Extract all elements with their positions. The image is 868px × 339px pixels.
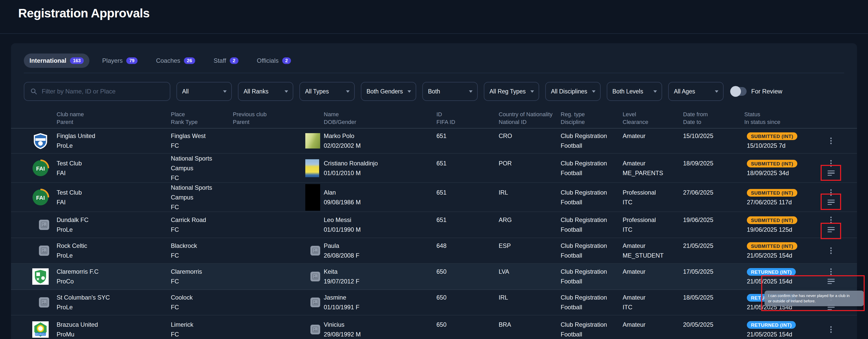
country-cell: IRL (499, 292, 561, 312)
previous-club-cell (233, 131, 295, 151)
place-cell: Finglas WestFC (171, 131, 233, 151)
table-row[interactable]: Claremorris F.CProCo ClaremorrisFC Keita… (11, 264, 857, 290)
club-cell: Dundalk FCProLe (32, 215, 171, 235)
page-title: Registration Approvals (18, 6, 150, 20)
dropdown-value: All Disciplines (551, 88, 587, 95)
previous-club-cell (233, 267, 295, 286)
level-cell: ProfessionalITC (623, 215, 683, 235)
tab-players[interactable]: Players79 (97, 54, 143, 68)
status-since: 15/10/2025 7d (747, 141, 818, 151)
previous-club-cell (233, 241, 295, 260)
previous-club-cell (233, 188, 295, 207)
filter-dropdown-both-levels[interactable]: Both Levels (607, 82, 662, 101)
row-actions (818, 246, 844, 255)
table-row[interactable]: BRAZUCA Brazuca UnitedProMu LimerickFC V… (11, 315, 857, 339)
country-cell: ARG (499, 215, 561, 235)
table-row[interactable]: FAI Test ClubFAI National SportsCampusFC… (11, 154, 857, 183)
tab-label: International (29, 57, 66, 64)
filter-dropdown-all[interactable]: All (177, 82, 232, 101)
club-name: Test Club (57, 188, 82, 197)
filter-dropdown-both[interactable]: Both (422, 82, 478, 101)
table-row[interactable]: Finglas UnitedProLe Finglas WestFC Marko… (11, 128, 857, 154)
level-cell: Amateur (623, 320, 683, 339)
country-cell: IRL (499, 188, 561, 207)
column-header: Previous clubParent (233, 111, 295, 126)
club-parent: ProLe (57, 225, 89, 235)
filter-dropdown-all-reg-types[interactable]: All Reg Types (484, 82, 539, 101)
table-row[interactable]: Rock CelticProLe BlackrockFC Paula26/08/… (11, 238, 857, 264)
club-crest-fai: FAI (32, 159, 49, 177)
club-parent: ProLe (57, 302, 110, 312)
country-cell: CRO (499, 131, 561, 151)
tab-label: Players (102, 57, 123, 64)
reg-type-cell: Club RegistrationFootball (561, 320, 623, 339)
filter-dropdown-both-genders[interactable]: Both Genders (361, 82, 416, 101)
annotation-box-3 (820, 223, 841, 239)
previous-club-cell (233, 292, 295, 312)
svg-text:FAI: FAI (36, 165, 45, 172)
country-cell: ESP (499, 241, 561, 260)
person-dob: 01/10/1991 F (324, 302, 359, 312)
image-placeholder-icon (310, 325, 320, 334)
filter-dropdown-all-types[interactable]: All Types (300, 82, 355, 101)
search-field[interactable] (42, 88, 164, 95)
tab-count-badge: 26 (184, 57, 195, 64)
filter-dropdown-all-ranks[interactable]: All Ranks (238, 82, 293, 101)
filter-dropdown-all-disciplines[interactable]: All Disciplines (545, 82, 600, 101)
tab-staff[interactable]: Staff2 (208, 54, 244, 68)
chevron-down-icon (592, 90, 595, 93)
status-cell: SUBMITTED (INT)19/06/2025 125d (744, 215, 818, 235)
content-card: International163Players79Coaches26Staff2… (11, 43, 857, 339)
table-row[interactable]: FAI Test ClubFAI National SportsCampusFC… (11, 183, 857, 212)
person-photo-box (295, 220, 324, 230)
id-cell: 651 (436, 215, 499, 235)
person-cell: Leo Messi01/01/1990 M (295, 215, 436, 235)
tab-coaches[interactable]: Coaches26 (150, 54, 201, 68)
club-logo (32, 132, 57, 150)
country-cell: POR (499, 158, 561, 178)
status-cell: RETURNED (INT)21/05/2025 154d (744, 320, 818, 339)
search-icon (30, 88, 37, 95)
svg-text:BRAZUCA: BRAZUCA (35, 333, 46, 335)
for-review-toggle[interactable] (731, 87, 747, 96)
chevron-down-icon (530, 90, 534, 93)
status-badge: SUBMITTED (INT) (747, 189, 797, 197)
club-logo (32, 246, 57, 256)
reg-type-cell: Club RegistrationFootball (561, 131, 623, 151)
svg-text:FAI: FAI (36, 194, 45, 201)
person-cell: Alan09/08/1986 M (295, 184, 436, 211)
club-cell: FAI Test ClubFAI (32, 158, 171, 178)
image-placeholder-icon (310, 298, 320, 307)
club-name: Finglas United (57, 131, 95, 141)
level-cell: AmateurME_PARENTS (623, 158, 683, 178)
person-name: Keita (324, 267, 359, 277)
table-body: Finglas UnitedProLe Finglas WestFC Marko… (11, 128, 857, 339)
image-placeholder-icon (39, 246, 49, 256)
tab-officials[interactable]: Officials2 (251, 54, 297, 68)
chevron-down-icon (715, 90, 718, 93)
club-cell: St Columban's SYCProLe (32, 292, 171, 312)
filter-dropdown-all-ages[interactable]: All Ages (668, 82, 723, 101)
kebab-menu-icon[interactable] (830, 325, 832, 334)
reg-type-cell: Club RegistrationFootball (561, 292, 623, 312)
person-dob: 19/07/2012 F (324, 277, 359, 286)
date-cell: 19/06/2025 (683, 215, 744, 235)
table-row[interactable]: Dundalk FCProLe Carrick RoadFC Leo Messi… (11, 212, 857, 238)
tab-count-badge: 163 (70, 57, 84, 64)
person-name: Cristiano Ronaldinjo (324, 158, 378, 168)
place-cell: Carrick RoadFC (171, 215, 233, 235)
row-actions (818, 325, 844, 334)
person-photo-box (295, 246, 324, 255)
person-cell: Paula26/08/2008 F (295, 241, 436, 260)
status-cell: SUBMITTED (INT)21/05/2025 154d (744, 241, 818, 260)
kebab-menu-icon[interactable] (830, 136, 832, 146)
id-cell: 650 (436, 320, 499, 339)
club-crest-finglas (32, 132, 49, 150)
tab-international[interactable]: International163 (24, 54, 89, 68)
date-cell: 21/05/2025 (683, 241, 744, 260)
table-row[interactable]: St Columban's SYCProLe CoolockFC Jasmine… (11, 290, 857, 315)
kebab-menu-icon[interactable] (830, 246, 832, 255)
dropdown-value: Both (428, 88, 440, 95)
search-input[interactable] (24, 82, 170, 101)
club-crest-brazuca: BRAZUCA (32, 321, 49, 338)
